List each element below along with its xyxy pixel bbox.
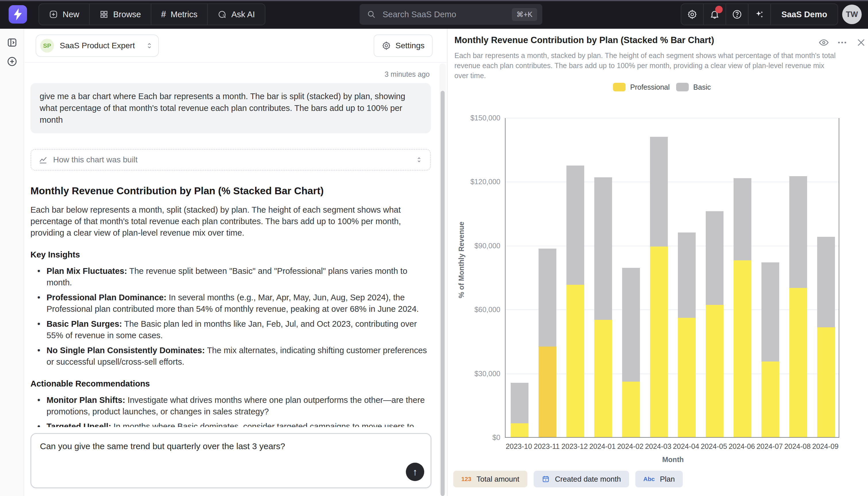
metrics-button[interactable]: # Metrics bbox=[151, 4, 208, 25]
number-field-icon: 123 bbox=[461, 476, 471, 482]
key-insights-list: Plan Mix Fluctuates: The revenue split b… bbox=[30, 265, 431, 368]
browse-label: Browse bbox=[113, 10, 141, 19]
list-item: Monitor Plan Shifts: Investigate what dr… bbox=[47, 394, 431, 417]
chart-side-panel: Monthly Revenue Contribution by Plan (St… bbox=[447, 29, 868, 496]
bar-segment-basic[interactable] bbox=[594, 177, 612, 320]
bar-segment-basic[interactable] bbox=[706, 211, 724, 305]
tag-plan[interactable]: Abc Plan bbox=[636, 471, 683, 487]
preview-eye-button[interactable] bbox=[817, 36, 830, 49]
recommendations-list: Monitor Plan Shifts: Investigate what dr… bbox=[30, 394, 431, 427]
search-icon bbox=[367, 10, 376, 19]
y-axis-title: % of Monthly Revenue bbox=[457, 203, 466, 317]
global-search-input[interactable]: Search SaaS Demo ⌘+K bbox=[359, 4, 542, 25]
chart-panel-description: Each bar represents a month, stacked by … bbox=[454, 50, 836, 81]
send-button[interactable]: ↑ bbox=[406, 463, 424, 481]
gridline bbox=[505, 246, 839, 246]
chat-scrollbar-track[interactable] bbox=[439, 63, 446, 495]
settings-button[interactable]: Settings bbox=[374, 34, 433, 57]
agent-avatar: SP bbox=[40, 39, 54, 52]
left-rail bbox=[0, 29, 24, 496]
bar-segment-basic[interactable] bbox=[789, 176, 807, 288]
chat-input[interactable]: Can you give the same trend but quarterl… bbox=[31, 434, 431, 487]
list-item: No Single Plan Consistently Dominates: T… bbox=[47, 344, 431, 368]
chart-legend: Professional Basic bbox=[613, 83, 711, 91]
bar-segment-basic[interactable] bbox=[622, 268, 640, 382]
ellipsis-icon bbox=[837, 37, 848, 48]
bar-segment-professional[interactable] bbox=[678, 318, 696, 437]
sparkles-icon bbox=[754, 9, 765, 19]
how-chart-built-expander[interactable]: How this chart was built bbox=[30, 149, 431, 171]
legend-swatch-basic bbox=[676, 83, 689, 91]
y-axis-tick-label: $0 bbox=[448, 433, 500, 442]
y-axis-tick-label: $60,000 bbox=[448, 306, 500, 314]
gear-icon bbox=[382, 41, 391, 50]
bar-segment-professional[interactable] bbox=[511, 423, 529, 437]
bar-segment-basic[interactable] bbox=[761, 262, 779, 361]
chat-scrollbar-thumb[interactable] bbox=[440, 91, 445, 496]
bar-segment-basic[interactable] bbox=[511, 383, 529, 423]
help-button[interactable] bbox=[726, 4, 749, 25]
bar-segment-professional[interactable] bbox=[539, 346, 556, 437]
bar-segment-professional[interactable] bbox=[817, 327, 835, 437]
gridline bbox=[505, 118, 839, 119]
user-avatar[interactable]: TW bbox=[842, 4, 862, 24]
gear-icon bbox=[687, 9, 697, 19]
search-placeholder: Search SaaS Demo bbox=[383, 10, 512, 19]
ask-ai-button[interactable]: Ask AI bbox=[208, 4, 264, 25]
chat-header: SP SaaS Product Expert Settings bbox=[25, 29, 446, 63]
ask-ai-label: Ask AI bbox=[231, 10, 255, 19]
legend-item-professional[interactable]: Professional bbox=[613, 83, 670, 91]
bar-segment-basic[interactable] bbox=[566, 166, 584, 285]
chat-sparkle-icon bbox=[218, 10, 227, 19]
key-insights-heading: Key Insights bbox=[30, 250, 431, 260]
close-panel-button[interactable] bbox=[855, 36, 867, 49]
bar-segment-basic[interactable] bbox=[650, 137, 668, 247]
workspace-menu[interactable]: SaaS Demo bbox=[771, 4, 838, 25]
lightning-bolt-icon bbox=[13, 8, 23, 20]
y-axis-tick-label: $30,000 bbox=[448, 370, 500, 378]
gridline bbox=[505, 182, 839, 182]
y-axis-tick-label: $90,000 bbox=[448, 242, 500, 250]
notification-badge bbox=[715, 6, 723, 13]
app-logo[interactable] bbox=[9, 5, 27, 24]
bar-segment-professional[interactable] bbox=[622, 382, 640, 437]
bar-segment-basic[interactable] bbox=[539, 249, 556, 346]
y-axis-tick-label: $150,000 bbox=[448, 114, 500, 122]
bar-segment-professional[interactable] bbox=[706, 305, 724, 437]
tag-label: Created date month bbox=[555, 475, 621, 484]
chart-plot[interactable] bbox=[505, 118, 839, 438]
bar-segment-professional[interactable] bbox=[789, 288, 807, 437]
bar-segment-professional[interactable] bbox=[734, 260, 751, 437]
plus-circle-icon bbox=[6, 56, 18, 67]
tag-created-date-month[interactable]: Created date month bbox=[534, 471, 629, 487]
chart-panel-title: Monthly Revenue Contribution by Plan (St… bbox=[454, 35, 714, 45]
new-chat-button[interactable] bbox=[6, 55, 18, 68]
search-shortcut-badge: ⌘+K bbox=[512, 8, 537, 21]
bar-segment-professional[interactable] bbox=[761, 361, 779, 437]
legend-item-basic[interactable]: Basic bbox=[676, 83, 711, 91]
tag-total-amount[interactable]: 123 Total amount bbox=[453, 471, 527, 487]
legend-label: Professional bbox=[630, 83, 670, 91]
bar-segment-basic[interactable] bbox=[678, 232, 696, 318]
legend-label: Basic bbox=[693, 83, 711, 91]
bar-segment-professional[interactable] bbox=[594, 320, 612, 437]
bar-segment-professional[interactable] bbox=[566, 285, 584, 437]
browse-button[interactable]: Browse bbox=[90, 4, 151, 25]
settings-gear-button[interactable] bbox=[681, 4, 704, 25]
agent-selector[interactable]: SP SaaS Product Expert bbox=[36, 34, 159, 57]
bar-segment-basic[interactable] bbox=[817, 237, 835, 327]
chart-field-tags: 123 Total amount Created date month Abc … bbox=[453, 471, 683, 487]
agent-name: SaaS Product Expert bbox=[60, 41, 135, 50]
navbar-top-accent bbox=[0, 0, 868, 1]
notifications-button[interactable] bbox=[704, 4, 726, 25]
bar-segment-professional[interactable] bbox=[650, 247, 668, 437]
more-options-button[interactable] bbox=[836, 36, 849, 49]
ai-sparkles-button[interactable] bbox=[749, 4, 771, 25]
navbar-utility-group: SaaS Demo bbox=[681, 3, 838, 25]
markdown-intro: Each bar below represents a month, split… bbox=[30, 204, 431, 238]
sidebar-toggle-button[interactable] bbox=[6, 36, 18, 49]
new-button[interactable]: New bbox=[39, 4, 90, 25]
bar-segment-basic[interactable] bbox=[734, 178, 751, 260]
recommendations-heading: Actionable Recommendations bbox=[30, 379, 431, 389]
list-item: Basic Plan Surges: The Basic plan led in… bbox=[47, 318, 431, 341]
